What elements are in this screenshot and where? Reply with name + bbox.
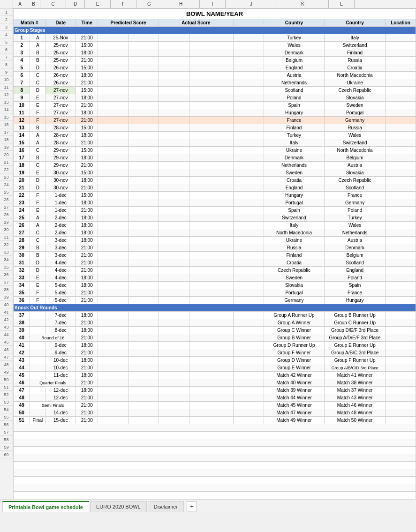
row-num-26: 26: [0, 196, 13, 203]
table-row: 12 F 27-nov 21:00 France Germany: [14, 117, 416, 124]
table-row: 2 A 25-nov 15:00 Wales Switzerland: [14, 42, 416, 49]
add-sheet-button[interactable]: +: [187, 501, 197, 511]
empty-row: [14, 492, 416, 499]
table-row: 40 Round of 16 21:00 Group B Winner Grou…: [14, 334, 416, 342]
header-location: Location: [385, 19, 416, 27]
row-num-24: 24: [0, 181, 13, 188]
table-row: 26 A 2-dec 18:00 Italy Wales: [14, 222, 416, 229]
spreadsheet: A B C D E F G H I J K L 1 2 3 4 5 6 7 8 …: [0, 0, 416, 512]
row-num-34: 34: [0, 256, 13, 263]
row-num-31: 31: [0, 233, 13, 241]
row-num-30: 30: [0, 226, 13, 233]
row-num-42: 42: [0, 316, 13, 323]
col-header-e: E: [85, 0, 111, 8]
table-row: 28 C 3-dec 18:00 Ukraine Austria: [14, 237, 416, 244]
header-country1: Country: [264, 19, 325, 27]
tab-bar: Printable Bowl game schedule EURO 2020 B…: [0, 499, 416, 512]
row-num-36: 36: [0, 271, 13, 278]
row-num-43: 43: [0, 323, 13, 331]
table-row: 35 F 5-dec 21:00 Portugal France: [14, 289, 416, 297]
row-num-8: 8: [0, 61, 13, 68]
tab-disclaimer[interactable]: Disclaimer: [148, 501, 184, 512]
header-country2: Country: [325, 19, 386, 27]
title-row: BOWL NAME/YEAR: [14, 9, 416, 19]
row-num-46: 46: [0, 346, 13, 353]
row-num-33: 33: [0, 248, 13, 256]
empty-row: [14, 439, 416, 447]
empty-row: [14, 477, 416, 484]
table-row: 51 Final 15-dec 21:00 Match 49 Winner Ma…: [14, 417, 416, 424]
knockout-label: Knock Out Rounds: [14, 304, 416, 312]
row-num-1: 1: [0, 8, 13, 16]
table-row: 10 E 27-nov 21:00 Spain Sweden: [14, 102, 416, 109]
row-num-25: 25: [0, 188, 13, 196]
knockout-header: Knock Out Rounds: [14, 304, 416, 312]
col-header-b: B: [27, 0, 40, 8]
row-num-51: 51: [0, 383, 13, 391]
col-header-i: I: [200, 0, 226, 8]
row-num-32: 32: [0, 241, 13, 248]
data-area: BOWL NAME/YEAR Match # Date Time Predict…: [13, 8, 416, 499]
table-row: 7 C 26-nov 21:00 Netherlands Ukraine: [14, 79, 416, 87]
empty-row: [14, 462, 416, 469]
table-row: 48 12-dec 21:00 Match 44 Winner Match 43…: [14, 394, 416, 402]
table-row: 39 8-dec 18:00 Group C Winner Group D/E/…: [14, 327, 416, 334]
header-empty: [233, 19, 264, 27]
match-group: A: [30, 34, 45, 42]
row-numbers: 1 2 3 4 5 6 7 8 9 10 11 12 13 14 15 16 1…: [0, 8, 13, 499]
match-time: 21:00: [76, 34, 98, 42]
row-num-41: 41: [0, 308, 13, 316]
row-num-12: 12: [0, 91, 13, 98]
match-country2: Italy: [325, 34, 386, 42]
table-row: 47 12-dec 18:00 Match 39 Winner Match 37…: [14, 387, 416, 394]
group-stages-label: Group Stages: [14, 27, 416, 34]
row-num-9: 9: [0, 68, 13, 76]
table-row: 34 E 5-dec 18:00 Slovakia Spain: [14, 282, 416, 289]
table-row: 36 F 5-dec 21:00 Germany Hungary: [14, 297, 416, 304]
row-num-18: 18: [0, 136, 13, 143]
row-num-15: 15: [0, 113, 13, 121]
header-actual: Actual Score: [159, 19, 233, 27]
match-country1: Turkey: [264, 34, 325, 42]
header-row: Match # Date Time Predicted Score Actual…: [14, 19, 416, 27]
row-num-6: 6: [0, 46, 13, 53]
table-row: 30 B 3-dec 21:00 Finland Belgium: [14, 252, 416, 259]
row-num-44: 44: [0, 331, 13, 338]
row-num-23: 23: [0, 173, 13, 181]
empty-row: [14, 454, 416, 462]
table-row: 4 B 25-nov 21:00 Belgium Russia: [14, 57, 416, 64]
table-row: 45 11-dec 18:00 Match 42 Winner Match 41…: [14, 372, 416, 379]
row-num-16: 16: [0, 121, 13, 128]
row-num-47: 47: [0, 353, 13, 361]
table-row: 13 B 28-nov 15:00 Finland Russia: [14, 124, 416, 132]
table-row: 49 Semi Finals 21:00 Match 45 Winner Mat…: [14, 402, 416, 409]
table-row: 22 F 1-dec 15:00 Hungary France: [14, 192, 416, 199]
table-row: 17 B 29-nov 18:00 Denmark Belgium: [14, 154, 416, 162]
table-row: 3 B 25-nov 18:00 Denmark Finland: [14, 49, 416, 57]
row-num-28: 28: [0, 211, 13, 218]
tab-euro2020[interactable]: EURO 2020 BOWL: [90, 501, 147, 512]
tab-printable[interactable]: Printable Bowl game schedule: [2, 501, 89, 512]
empty-row: [14, 424, 416, 432]
row-num-13: 13: [0, 98, 13, 106]
table-row: 1 A 25-Nov 21:00 Turkey Italy: [14, 34, 416, 42]
row-num-40: 40: [0, 301, 13, 308]
col-header-c: C: [40, 0, 66, 8]
table-row: 5 D 26-nov 15:00 England Croatia: [14, 64, 416, 72]
column-headers: A B C D E F G H I J K L: [0, 0, 416, 8]
table-row: 42 9-dec 21:00 Group F Winner Group A/B/…: [14, 349, 416, 357]
table-row: 8 D 27-nov 15:00 Scotland Czech Republic: [14, 87, 416, 94]
col-header-k: K: [277, 0, 329, 8]
table-row: 50 14-dec 21:00 Match 47 Winner Match 48…: [14, 409, 416, 417]
match-num: 1: [14, 34, 30, 42]
table-row: 16 C 29-nov 15:00 Ukraine North Macedoni…: [14, 147, 416, 154]
table-row: 15 A 28-nov 21:00 Italy Switzerland: [14, 139, 416, 147]
table-row: 37 7-dec 18:00 Group A Runner Up Group B…: [14, 312, 416, 319]
row-num-38: 38: [0, 286, 13, 293]
row-num-56: 56: [0, 421, 13, 428]
col-header-d: D: [66, 0, 85, 8]
row-num-35: 35: [0, 263, 13, 271]
row-num-48: 48: [0, 361, 13, 368]
row-num-45: 45: [0, 338, 13, 346]
col-header-j: J: [226, 0, 277, 8]
